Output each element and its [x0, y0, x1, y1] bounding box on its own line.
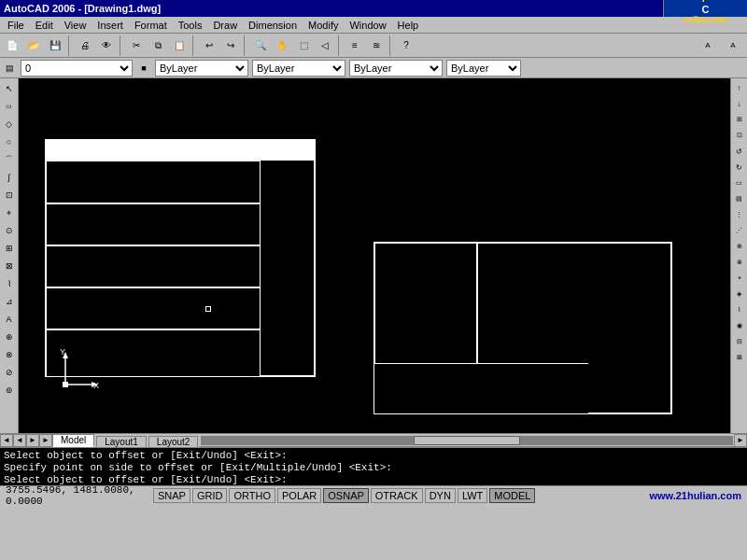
rt-btn10[interactable]: ⋰	[732, 223, 747, 238]
grid-button[interactable]: GRID	[192, 488, 228, 503]
scroll-left[interactable]: ◄	[0, 434, 13, 447]
tab-model[interactable]: Model	[52, 434, 94, 447]
matchprop-button[interactable]: ≊	[366, 35, 387, 56]
properties-button[interactable]: ≡	[345, 35, 365, 56]
lt-btn11[interactable]: ⊠	[1, 258, 18, 274]
otrack-button[interactable]: OTRACK	[371, 488, 423, 503]
hscroll-track[interactable]	[201, 436, 733, 445]
lt-btn7[interactable]: ⊡	[1, 187, 18, 203]
lwt-button[interactable]: LWT	[458, 488, 487, 503]
scroll-prev[interactable]: ◄	[13, 434, 26, 447]
print-button[interactable]: 🖨	[75, 35, 95, 56]
rt-btn4[interactable]: ⊡	[732, 128, 747, 143]
polar-button[interactable]: POLAR	[277, 488, 321, 503]
help-button[interactable]: ?	[396, 35, 416, 56]
menu-modify[interactable]: Modify	[303, 19, 344, 32]
pconline-logo: P C online.com	[663, 0, 747, 17]
lt-btn4[interactable]: ○	[1, 133, 18, 150]
rt-btn15[interactable]: ⌇	[732, 302, 747, 317]
rt-btn16[interactable]: ◉	[732, 318, 747, 333]
menu-file[interactable]: File	[2, 19, 30, 32]
lt-btn5[interactable]: ⌒	[1, 151, 18, 168]
model-button[interactable]: MODEL	[489, 488, 535, 503]
rt-btn12[interactable]: ⊗	[732, 255, 747, 270]
menu-tools[interactable]: Tools	[173, 19, 208, 32]
paste-button[interactable]: 📋	[169, 35, 190, 56]
pan-realtime[interactable]: ✋	[272, 35, 292, 56]
lt-btn10[interactable]: ⊞	[1, 240, 18, 257]
undo-button[interactable]: ↩	[199, 35, 219, 56]
lt-btn18[interactable]: ⊚	[1, 382, 18, 399]
rt-btn3[interactable]: ⊞	[732, 112, 747, 127]
rt-btn2[interactable]: ↓	[732, 96, 747, 111]
menu-window[interactable]: Window	[344, 19, 391, 32]
pick-button[interactable]: ↖	[1, 80, 18, 97]
svg-text:Y: Y	[60, 347, 65, 357]
extra-btn2[interactable]: A	[721, 35, 745, 56]
scroll-last[interactable]: ►	[39, 434, 52, 447]
lt-btn9[interactable]: ⊙	[1, 222, 18, 239]
lt-btn17[interactable]: ⊘	[1, 364, 18, 381]
statusbar: 3755.5496, 1481.0080, 0.0000 SNAP GRID O…	[0, 485, 747, 504]
menu-edit[interactable]: Edit	[30, 19, 59, 32]
lt-btn3[interactable]: ◇	[1, 116, 18, 133]
rt-btn8[interactable]: ▤	[732, 191, 747, 206]
rt-btn9[interactable]: ⋮	[732, 207, 747, 222]
rt-btn14[interactable]: ◈	[732, 287, 747, 301]
rt-btn1[interactable]: ↑	[732, 80, 747, 95]
lt-btn15[interactable]: ⊕	[1, 329, 18, 345]
plotstyle-select[interactable]: ByLayer	[446, 60, 521, 77]
rt-btn6[interactable]: ↻	[732, 160, 747, 175]
lineweight-select[interactable]: ByLayer	[349, 60, 443, 77]
properties-bar: ▤ 0 ■ ByLayer ByLayer ByLayer ByLayer	[0, 58, 747, 78]
cmd-line1: Select object to offset or [Exit/Undo] <…	[4, 450, 743, 462]
lt-btn16[interactable]: ⊗	[1, 346, 18, 363]
rt-btn11[interactable]: ⊕	[732, 239, 747, 254]
plot-preview[interactable]: 👁	[96, 35, 117, 56]
rt-btn7[interactable]: ▭	[732, 175, 747, 190]
menu-insert[interactable]: Insert	[92, 19, 129, 32]
zoom-window[interactable]: ⬚	[293, 35, 314, 56]
command-area[interactable]: Select object to offset or [Exit/Undo] <…	[0, 446, 747, 485]
dyn-button[interactable]: DYN	[425, 488, 456, 503]
zoom-realtime[interactable]: 🔍	[250, 35, 271, 56]
snap-button[interactable]: SNAP	[153, 488, 190, 503]
new-button[interactable]: 📄	[2, 35, 22, 56]
layer-select[interactable]: 0	[21, 60, 133, 77]
menu-view[interactable]: View	[59, 19, 92, 32]
tab-layout1[interactable]: Layout1	[96, 436, 147, 447]
lt-btn13[interactable]: ⊿	[1, 293, 18, 310]
open-button[interactable]: 📂	[23, 35, 44, 56]
copy-button[interactable]: ⧉	[148, 35, 168, 56]
left-inner-rect	[46, 161, 261, 377]
lt-btn12[interactable]: ⌇	[1, 275, 18, 292]
rt-btn17[interactable]: ⊟	[732, 334, 747, 349]
osnap-button[interactable]: OSNAP	[323, 488, 369, 503]
menu-format[interactable]: Format	[129, 19, 173, 32]
redo-button[interactable]: ↪	[220, 35, 241, 56]
scroll-next[interactable]: ►	[26, 434, 39, 447]
menu-help[interactable]: Help	[392, 19, 425, 32]
zoom-previous[interactable]: ◁	[315, 35, 335, 56]
lt-btn2[interactable]: ▭	[1, 98, 18, 115]
drawing-canvas[interactable]: Y X	[19, 78, 730, 433]
menu-draw[interactable]: Draw	[207, 19, 243, 32]
extra-btn1[interactable]: A	[696, 35, 720, 56]
ortho-button[interactable]: ORTHO	[229, 488, 275, 503]
tab-layout2[interactable]: Layout2	[148, 436, 199, 447]
hscroll-thumb[interactable]	[414, 436, 520, 445]
lt-btn6[interactable]: ∫	[1, 169, 18, 186]
menubar: File Edit View Insert Format Tools Draw …	[0, 17, 747, 34]
cut-button[interactable]: ✂	[126, 35, 147, 56]
lt-btn14[interactable]: A	[1, 311, 18, 328]
main-toolbar: 📄 📂 💾 🖨 👁 ✂ ⧉ 📋 ↩ ↪ 🔍 ✋ ⬚ ◁ ≡ ≊ ? A A	[0, 34, 747, 58]
color-select[interactable]: ByLayer	[155, 60, 248, 77]
menu-dimension[interactable]: Dimension	[243, 19, 303, 32]
linetype-select[interactable]: ByLayer	[252, 60, 345, 77]
lt-btn8[interactable]: ⌖	[1, 204, 18, 221]
rt-btn5[interactable]: ↺	[732, 144, 747, 159]
save-button[interactable]: 💾	[45, 35, 65, 56]
rt-btn18[interactable]: ⊠	[732, 350, 747, 365]
rt-btn13[interactable]: ⌖	[732, 271, 747, 286]
scroll-right-end[interactable]: ►	[734, 434, 747, 447]
